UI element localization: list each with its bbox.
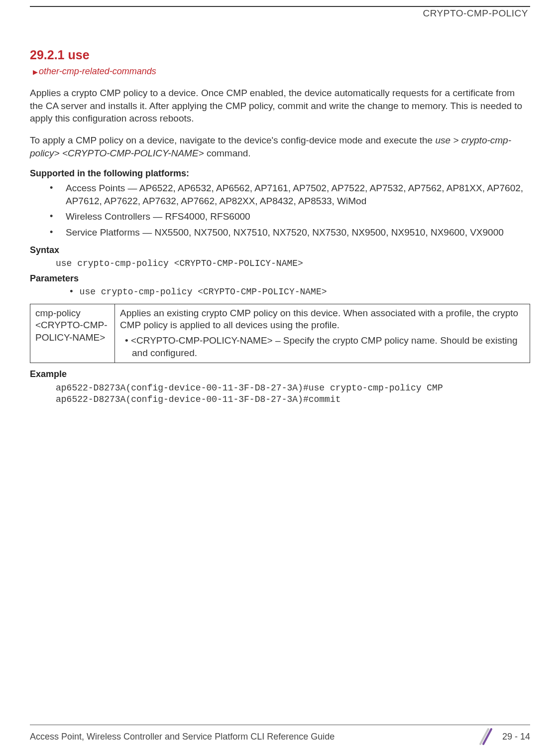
- breadcrumb-arrow-icon: ▶: [33, 68, 38, 76]
- syntax-heading: Syntax: [30, 245, 530, 255]
- intro2-text-c: command.: [204, 148, 251, 158]
- table-row: cmp-policy <CRYPTO-CMP-POLICY-NAME> Appl…: [30, 304, 530, 363]
- parameters-table: cmp-policy <CRYPTO-CMP-POLICY-NAME> Appl…: [30, 304, 530, 363]
- breadcrumb[interactable]: ▶other-cmp-related-commands: [33, 66, 530, 77]
- list-item: Access Points — AP6522, AP6532, AP6562, …: [49, 182, 530, 207]
- intro2-text-a: To apply a CMP policy on a device, navig…: [30, 135, 435, 145]
- syntax-code: use crypto-cmp-policy <CRYPTO-CMP-POLICY…: [56, 258, 530, 268]
- param-desc-cell: Applies an existing crypto CMP policy on…: [115, 304, 530, 363]
- breadcrumb-label: other-cmp-related-commands: [39, 66, 156, 76]
- footer-slash-icon: [478, 727, 495, 746]
- page-footer: Access Point, Wireless Controller and Se…: [0, 725, 560, 746]
- page-header: CRYPTO-CMP-POLICY: [30, 6, 530, 19]
- param-desc-bullet: <CRYPTO-CMP-POLICY-NAME> – Specify the c…: [120, 335, 525, 359]
- header-title: CRYPTO-CMP-POLICY: [423, 8, 528, 18]
- param-desc-text: Applies an existing crypto CMP policy on…: [120, 307, 525, 332]
- footer-guide-title: Access Point, Wireless Controller and Se…: [30, 732, 335, 742]
- intro-paragraph-2: To apply a CMP policy on a device, navig…: [30, 134, 530, 159]
- param-name-cell: cmp-policy <CRYPTO-CMP-POLICY-NAME>: [30, 304, 115, 363]
- section-title: 29.2.1 use: [30, 48, 530, 62]
- platforms-list: Access Points — AP6522, AP6532, AP6562, …: [49, 182, 530, 239]
- list-item: Wireless Controllers — RFS4000, RFS6000: [49, 210, 530, 223]
- parameters-heading: Parameters: [30, 273, 530, 284]
- parameters-bullet: use crypto-cmp-policy <CRYPTO-CMP-POLICY…: [69, 287, 530, 297]
- example-heading: Example: [30, 369, 530, 379]
- intro-paragraph-1: Applies a crypto CMP policy to a device.…: [30, 87, 530, 125]
- footer-page-number: 29 - 14: [502, 732, 530, 742]
- example-code: ap6522-D8273A(config-device-00-11-3F-D8-…: [56, 382, 530, 406]
- list-item: Service Platforms — NX5500, NX7500, NX75…: [49, 226, 530, 239]
- supported-platforms-heading: Supported in the following platforms:: [30, 168, 530, 179]
